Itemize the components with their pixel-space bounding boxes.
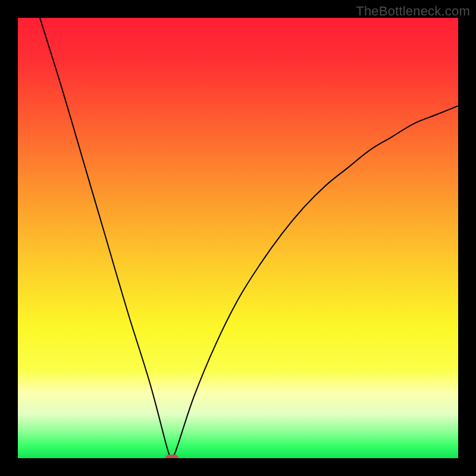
chart-curve (18, 18, 458, 458)
watermark-text: TheBottleneck.com (356, 4, 470, 19)
chart-plot-area (18, 18, 458, 458)
optimal-point-marker (165, 455, 178, 458)
